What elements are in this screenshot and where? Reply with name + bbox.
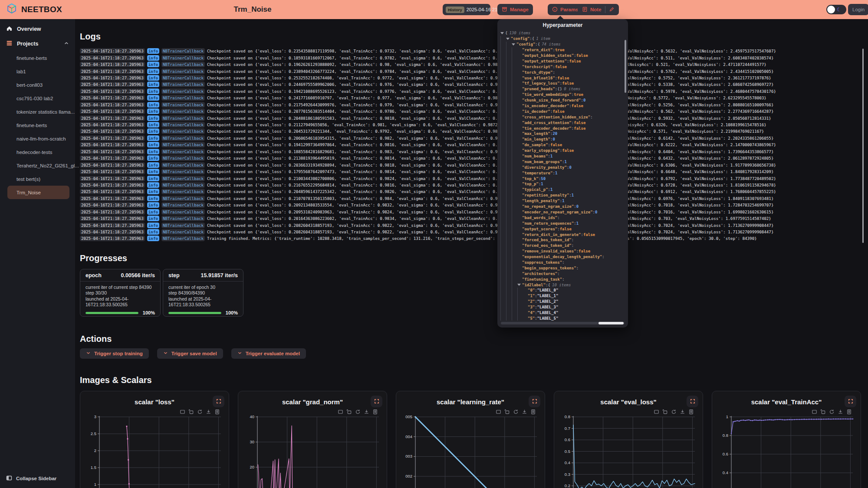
chart-expand-button[interactable] xyxy=(371,396,382,407)
download-icon[interactable] xyxy=(680,409,685,415)
action-trigger-button[interactable]: Trigger evaluate model xyxy=(231,348,306,359)
log-message: Checkpoint saved on {'eval_loss': 0.2167… xyxy=(207,183,776,187)
collapse-sidebar-button[interactable]: Collapse Sidebar xyxy=(6,475,56,482)
scalar-plot[interactable]: 40302010 xyxy=(243,415,381,488)
download-icon[interactable] xyxy=(206,409,211,415)
sidebar-item-overview[interactable]: Overview xyxy=(0,24,75,34)
logs-scrollbar[interactable] xyxy=(862,49,864,243)
log-message: Checkpoint saved on {'eval_loss': 0.2077… xyxy=(207,109,773,114)
json-value: 1 xyxy=(550,154,552,158)
sidebar-project-item[interactable]: tokenizer statistics llama... xyxy=(0,105,75,118)
chart-expand-button[interactable] xyxy=(213,396,224,407)
data-list-icon[interactable] xyxy=(214,409,220,415)
reset-view-icon[interactable] xyxy=(671,409,677,415)
scalar-plot[interactable]: 0.80.70.60.50.40.30.2 xyxy=(559,415,697,488)
scalar-plot[interactable]: 005004003002001 xyxy=(401,415,539,488)
sidebar-project-item[interactable]: hedecoder-tests xyxy=(0,145,75,159)
chart-expand-button[interactable] xyxy=(845,396,856,407)
note-button[interactable]: Note xyxy=(578,4,619,15)
reset-view-icon[interactable] xyxy=(355,409,361,415)
popup-horizontal-scrollbar[interactable] xyxy=(501,322,625,324)
hyperparameter-json-tree[interactable]: { 130 items"config": { 1 item"config": {… xyxy=(500,30,623,321)
indent-guide xyxy=(500,159,506,164)
caret-icon[interactable] xyxy=(517,284,522,286)
box-zoom-icon[interactable] xyxy=(180,409,185,415)
action-trigger-button[interactable]: Trigger stop training xyxy=(80,348,149,359)
sidebar-project-item[interactable]: Terahertz_No22_Gl261_gl... xyxy=(0,159,75,172)
json-item-count: 1 item xyxy=(536,36,550,41)
data-list-icon[interactable] xyxy=(530,409,536,415)
box-zoom-icon[interactable] xyxy=(812,409,817,415)
chart-expand-button[interactable] xyxy=(529,396,540,407)
scalar-plot[interactable]: 32.521.51 xyxy=(85,415,224,488)
indent-guide xyxy=(506,120,512,125)
reset-view-icon[interactable] xyxy=(829,409,835,415)
indent-guide xyxy=(506,170,512,176)
download-icon[interactable] xyxy=(838,409,843,415)
neetbox-app: NEETBOX Trm_Noise History 2025-04-16 21:… xyxy=(0,0,868,488)
box-zoom-icon[interactable] xyxy=(338,409,343,415)
pan-select-icon[interactable] xyxy=(820,409,826,415)
json-value: true xyxy=(574,92,583,97)
indent-guide xyxy=(512,226,517,232)
sidebar-project-item[interactable]: Trm_Noise xyxy=(7,186,69,199)
reset-view-icon[interactable] xyxy=(197,409,203,415)
manage-button[interactable]: Manage xyxy=(497,4,533,15)
box-zoom-icon[interactable] xyxy=(496,409,501,415)
download-icon[interactable] xyxy=(364,409,369,415)
download-icon[interactable] xyxy=(522,409,527,415)
caret-icon[interactable] xyxy=(512,43,516,46)
json-tree-line: "remove_invalid_values": false xyxy=(500,249,623,254)
pan-select-icon[interactable] xyxy=(662,409,668,415)
indent-guide xyxy=(506,260,512,265)
chart-expand-button[interactable] xyxy=(687,396,698,407)
chevron-up-icon[interactable] xyxy=(64,41,69,47)
data-list-icon[interactable] xyxy=(846,409,852,415)
sidebar-project-item[interactable]: bert-conll03 xyxy=(0,78,75,92)
scalar-plot[interactable]: 10.80.60.40.2 xyxy=(717,415,855,488)
popup-horizontal-scrollbar-thumb[interactable] xyxy=(598,322,624,324)
sidebar-item-projects[interactable]: Projects xyxy=(0,39,75,49)
sidebar-project-item[interactable]: naive-llm-from-scratch xyxy=(0,132,75,145)
log-row: 2025-04-16T21:18:27.205963infoNBTrainerC… xyxy=(80,168,861,175)
indent-guide xyxy=(517,315,523,321)
caret-icon[interactable] xyxy=(506,38,511,40)
pan-select-icon[interactable] xyxy=(504,409,510,415)
indent-guide xyxy=(506,148,512,154)
sidebar-project-item[interactable]: finetune-berts xyxy=(0,118,75,132)
log-timestamp: 2025-04-16T21:18:27.205963 xyxy=(80,176,145,181)
history-dropdown[interactable]: History 2025-04-16 21:18:30 xyxy=(443,4,490,15)
sidebar-project-item[interactable]: lab1 xyxy=(0,65,75,78)
sidebar-project-item[interactable]: finetune-berts xyxy=(0,51,75,65)
app-logo[interactable]: NEETBOX xyxy=(6,3,62,16)
login-button[interactable]: Login xyxy=(848,4,868,15)
caret-icon[interactable] xyxy=(500,32,505,34)
sidebar-project-item[interactable]: csc791-030 lab2 xyxy=(0,92,75,105)
pencil-icon[interactable] xyxy=(609,7,615,13)
popup-vertical-scrollbar[interactable] xyxy=(625,40,626,93)
data-list-icon[interactable] xyxy=(688,409,694,415)
indent-guide xyxy=(500,98,506,103)
pan-select-icon[interactable] xyxy=(346,409,352,415)
log-row: 2025-04-16T21:18:27.205963infoNBTrainerC… xyxy=(80,108,861,115)
log-message: Checkpoint saved on {'eval_loss': 0.1942… xyxy=(207,89,776,94)
action-trigger-button[interactable]: Trigger save model xyxy=(157,348,223,359)
indent-guide xyxy=(506,114,512,120)
chart-title: scalar "learning_rate" xyxy=(401,398,539,406)
sidebar-project-item[interactable]: test bert(s) xyxy=(0,172,75,186)
json-key: "forced_eos_token_id" xyxy=(522,243,572,248)
log-logger: NBTrainerCallback xyxy=(161,88,205,94)
progress-rate: 0.00566 iter/s xyxy=(121,272,155,278)
theme-toggle[interactable]: ☾ xyxy=(826,5,846,14)
reset-view-icon[interactable] xyxy=(513,409,519,415)
pan-select-icon[interactable] xyxy=(188,409,194,415)
data-list-icon[interactable] xyxy=(372,409,378,415)
progress-detail-line: step 84390/84390 xyxy=(168,290,238,296)
json-key: "diversity_penalty" xyxy=(522,165,567,170)
log-row: 2025-04-16T21:18:27.205963infoNBTrainerC… xyxy=(80,68,861,74)
log-level-badge: info xyxy=(147,236,159,241)
json-value: 1 xyxy=(541,182,543,186)
json-key: "1" xyxy=(528,294,535,298)
json-key: "finetuning_task" xyxy=(522,277,562,282)
box-zoom-icon[interactable] xyxy=(654,409,659,415)
